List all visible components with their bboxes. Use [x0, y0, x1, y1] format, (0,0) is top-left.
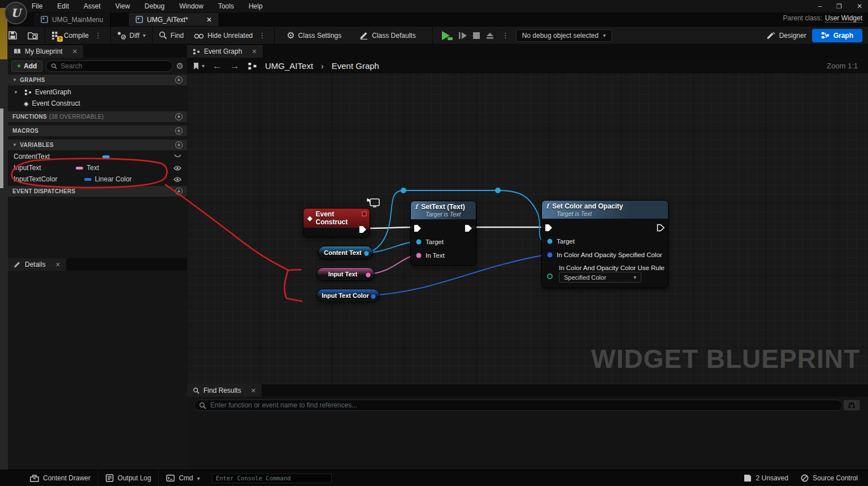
- tab-my-blueprint[interactable]: My Blueprint ✕: [8, 45, 83, 58]
- output-pin[interactable]: [363, 250, 370, 257]
- menu-file[interactable]: File: [32, 2, 42, 10]
- blueprint-search[interactable]: [46, 60, 172, 72]
- exec-out-pin[interactable]: [657, 224, 665, 232]
- reroute-node[interactable]: [401, 188, 406, 193]
- console-command-box[interactable]: [212, 474, 332, 483]
- find-references-input[interactable]: [210, 401, 837, 409]
- console-command-input[interactable]: [216, 475, 328, 481]
- add-function-icon[interactable]: +: [175, 113, 183, 120]
- reroute-node[interactable]: [495, 188, 501, 193]
- menu-asset[interactable]: Asset: [84, 2, 101, 10]
- graph-button[interactable]: Graph: [812, 29, 862, 42]
- menu-window[interactable]: Window: [179, 2, 203, 10]
- find-references-search[interactable]: [194, 400, 843, 411]
- getter-content-text[interactable]: Content Text: [318, 246, 373, 259]
- add-macro-icon[interactable]: +: [175, 127, 183, 134]
- add-variable-icon[interactable]: +: [175, 141, 183, 149]
- minimize-icon[interactable]: –: [818, 2, 822, 10]
- filter-gear-icon[interactable]: ⚙: [176, 61, 184, 71]
- pin-in-text[interactable]: In Text: [415, 252, 445, 259]
- close-tab-icon[interactable]: ✕: [206, 16, 212, 24]
- exec-in-pin[interactable]: [545, 224, 553, 232]
- delegate-pin[interactable]: [362, 211, 367, 216]
- pin-in-color-specified[interactable]: In Color And Opacity Specified Color: [546, 251, 662, 258]
- tab-event-graph[interactable]: Event Graph ✕: [187, 45, 263, 58]
- exec-in-pin[interactable]: [414, 224, 422, 232]
- getter-input-text[interactable]: Input Text: [316, 267, 375, 281]
- forward-arrow-icon[interactable]: →: [230, 60, 240, 72]
- stop-icon[interactable]: [472, 32, 480, 40]
- exec-out-pin[interactable]: [359, 225, 367, 233]
- close-tab-icon[interactable]: ✕: [251, 387, 256, 394]
- cmd-selector[interactable]: Cmd ▾: [159, 470, 207, 486]
- bookmark-button[interactable]: ▾: [193, 62, 205, 70]
- graphs-section-header[interactable]: ▼ GRAPHS +: [8, 75, 187, 85]
- macros-section-header[interactable]: MACROS +: [8, 125, 187, 136]
- back-arrow-icon[interactable]: ←: [212, 60, 222, 72]
- breadcrumb-leaf[interactable]: Event Graph: [332, 61, 379, 71]
- dock-edge-scrollbar[interactable]: [0, 109, 3, 188]
- menu-debug[interactable]: Debug: [145, 2, 164, 10]
- designer-button[interactable]: Designer: [767, 32, 806, 40]
- tab-umg-aitext[interactable]: UMG_AIText* ✕: [129, 13, 219, 26]
- output-pin[interactable]: [365, 272, 371, 278]
- play-icon[interactable]: [441, 31, 453, 41]
- variable-row-contenttext[interactable]: ContentText: [8, 151, 187, 162]
- diff-button[interactable]: Diff ▾: [112, 26, 151, 45]
- browse-asset-button[interactable]: [23, 26, 44, 45]
- node-set-color-opacity[interactable]: fSet Color and Opacity Target is Text Ta…: [541, 200, 669, 288]
- find-button[interactable]: Find: [154, 26, 189, 45]
- play-options-icon[interactable]: ⋮: [500, 31, 511, 40]
- menu-view[interactable]: View: [115, 2, 130, 10]
- getter-input-text-color[interactable]: Input Text Color: [316, 289, 380, 302]
- content-drawer-button[interactable]: Content Drawer: [23, 470, 98, 486]
- step-forward-icon[interactable]: [458, 31, 467, 40]
- event-dispatchers-section-header[interactable]: EVENT DISPATCHERS +: [8, 186, 187, 197]
- class-defaults-button[interactable]: Class Defaults: [354, 26, 420, 45]
- find-in-blueprints-button[interactable]: [843, 400, 860, 411]
- maximize-icon[interactable]: ❐: [836, 3, 842, 10]
- exec-out-pin[interactable]: [465, 224, 473, 232]
- add-dispatcher-icon[interactable]: +: [175, 188, 183, 195]
- visibility-closed-icon[interactable]: [174, 154, 181, 159]
- compile-button[interactable]: ? Compile ⋮: [46, 26, 109, 45]
- graph-canvas[interactable]: ▾ ← → UMG_AIText › Event Graph Zoom 1:1 …: [187, 58, 868, 384]
- variable-row-inputtextcolor[interactable]: InputTextColor Linear Color: [8, 173, 187, 185]
- hide-unrelated-button[interactable]: Hide Unrelated ⋮: [189, 26, 273, 45]
- debug-object-select[interactable]: No debug object selected ▾: [516, 29, 612, 42]
- menu-edit[interactable]: Edit: [57, 2, 69, 10]
- output-log-button[interactable]: Output Log: [98, 470, 159, 486]
- source-control-button[interactable]: Source Control: [801, 474, 858, 482]
- node-settext[interactable]: fSetText (Text) Target is Text Target In…: [410, 201, 476, 266]
- pin-color-use-rule[interactable]: [546, 273, 553, 280]
- compile-options-icon[interactable]: ⋮: [92, 31, 104, 40]
- color-use-rule-dropdown[interactable]: Specified Color ▾: [559, 272, 641, 283]
- variables-section-header[interactable]: ▼ VARIABLES +: [8, 140, 187, 150]
- functions-section-header[interactable]: FUNCTIONS (38 OVERRIDABLE) +: [8, 111, 187, 122]
- unsaved-indicator[interactable]: 2 Unsaved: [744, 474, 788, 482]
- menu-tools[interactable]: Tools: [218, 2, 234, 10]
- visibility-eye-icon[interactable]: [173, 166, 181, 171]
- hide-unrelated-options-icon[interactable]: ⋮: [256, 31, 268, 40]
- tab-umg-mainmenu[interactable]: UMG_MainMenu: [34, 13, 111, 26]
- close-tab-icon[interactable]: ✕: [72, 48, 77, 55]
- variable-row-inputtext[interactable]: InputText Text: [8, 162, 187, 173]
- pin-target[interactable]: Target: [415, 238, 444, 245]
- close-tab-icon[interactable]: ✕: [55, 261, 60, 268]
- tab-find-results[interactable]: Find Results ✕: [187, 384, 262, 397]
- close-tab-icon[interactable]: ✕: [251, 48, 257, 55]
- node-event-construct[interactable]: ◈Event Construct: [303, 208, 370, 237]
- tab-details[interactable]: Details ✕: [8, 258, 66, 271]
- tree-item-eventgraph[interactable]: ▼ EventGraph: [8, 86, 187, 98]
- visibility-eye-icon[interactable]: [173, 177, 181, 182]
- class-settings-button[interactable]: ⚙ Class Settings: [281, 26, 346, 45]
- add-graph-icon[interactable]: +: [175, 76, 183, 84]
- parent-class-link[interactable]: User Widget: [825, 14, 862, 23]
- tree-item-event-construct[interactable]: ◈ Event Construct: [8, 98, 187, 109]
- add-button[interactable]: + Add: [11, 60, 42, 72]
- output-pin[interactable]: [370, 293, 376, 300]
- search-input[interactable]: [60, 62, 167, 70]
- breadcrumb-root[interactable]: UMG_AIText: [265, 61, 313, 71]
- eject-icon[interactable]: [485, 32, 494, 40]
- menu-help[interactable]: Help: [249, 2, 263, 10]
